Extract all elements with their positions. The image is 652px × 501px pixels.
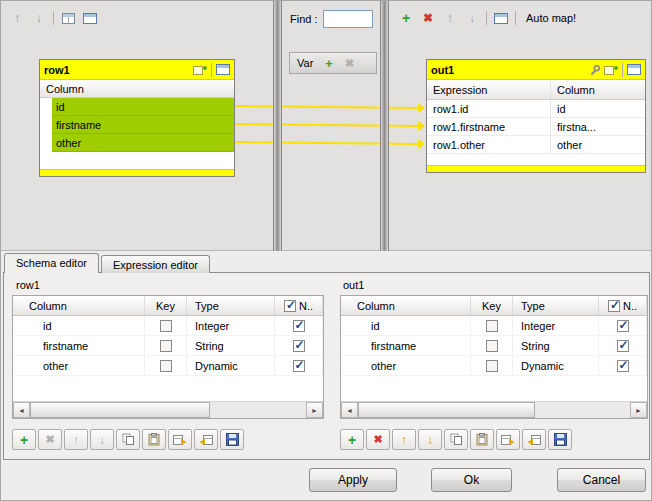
out1-expression-cell[interactable]: row1.firstname xyxy=(427,118,551,135)
nullable-checkbox[interactable] xyxy=(293,320,305,332)
scrollbar-thumb[interactable] xyxy=(358,402,535,418)
table-row[interactable]: id Integer xyxy=(13,316,323,336)
type-cell[interactable]: String xyxy=(513,336,599,355)
key-header[interactable]: Key xyxy=(145,296,187,316)
show-table-button[interactable] xyxy=(60,10,76,26)
tab-schema-editor[interactable]: Schema editor xyxy=(4,253,99,273)
output-down-button[interactable]: ↓ xyxy=(464,10,480,26)
left-splitter[interactable] xyxy=(273,1,282,251)
out1-column-cell[interactable]: firstna... xyxy=(551,118,645,135)
scroll-right-button[interactable]: ► xyxy=(306,402,323,418)
key-checkbox[interactable] xyxy=(486,340,498,352)
row1-row-other[interactable]: other xyxy=(40,134,234,152)
remove-row-button[interactable]: ✖ xyxy=(366,429,390,450)
scrollbar-track[interactable] xyxy=(210,402,306,418)
scroll-right-button[interactable]: ► xyxy=(630,402,647,418)
move-down-button[interactable]: ↓ xyxy=(31,10,47,26)
nullable-checkbox[interactable] xyxy=(293,360,305,372)
output-up-button[interactable]: ↑ xyxy=(442,10,458,26)
out1-column-cell[interactable]: other xyxy=(551,136,645,153)
key-checkbox[interactable] xyxy=(160,360,172,372)
row1-row-id[interactable]: id xyxy=(40,98,234,116)
column-cell[interactable]: firstname xyxy=(13,336,145,355)
out1-row-firstname[interactable]: row1.firstname firstna... xyxy=(427,118,645,136)
window-icon[interactable] xyxy=(216,64,230,75)
remove-row-button[interactable]: ✖ xyxy=(38,429,62,450)
table-row[interactable]: id Integer xyxy=(341,316,647,336)
key-checkbox[interactable] xyxy=(160,340,172,352)
remove-var-button[interactable]: ✖ xyxy=(345,57,354,70)
tab-expression-editor[interactable]: Expression editor xyxy=(101,255,210,273)
paste-button[interactable] xyxy=(142,429,166,450)
copy-button[interactable] xyxy=(444,429,468,450)
column-cell[interactable]: other xyxy=(341,356,471,375)
scrollbar-thumb[interactable] xyxy=(30,402,210,418)
column-header[interactable]: Column xyxy=(13,296,145,316)
out1-expression-cell[interactable]: row1.id xyxy=(427,100,551,117)
nullable-all-checkbox[interactable] xyxy=(284,300,296,312)
out1-row-id[interactable]: row1.id id xyxy=(427,100,645,118)
scrollbar-track[interactable] xyxy=(535,402,630,418)
add-column-icon[interactable] xyxy=(604,64,618,76)
export-schema-button[interactable] xyxy=(168,429,192,450)
row-up-button[interactable]: ↑ xyxy=(392,429,416,450)
type-cell[interactable]: Integer xyxy=(513,316,599,335)
row1-title-bar[interactable]: row1 xyxy=(40,60,234,80)
table-row[interactable]: firstname String xyxy=(13,336,323,356)
cancel-button[interactable]: Cancel xyxy=(557,468,646,492)
row-down-button[interactable]: ↓ xyxy=(90,429,114,450)
nullable-all-checkbox[interactable] xyxy=(608,300,620,312)
key-checkbox[interactable] xyxy=(160,320,172,332)
out1-title-bar[interactable]: out1 xyxy=(427,60,645,80)
window-icon[interactable] xyxy=(627,64,641,75)
export-schema-button[interactable] xyxy=(496,429,520,450)
right-splitter[interactable] xyxy=(380,1,389,251)
import-schema-button[interactable] xyxy=(194,429,218,450)
scroll-left-button[interactable]: ◄ xyxy=(341,402,358,418)
copy-button[interactable] xyxy=(116,429,140,450)
type-cell[interactable]: Integer xyxy=(187,316,275,335)
mapping-link-firstname[interactable] xyxy=(235,121,425,131)
ok-button[interactable]: Ok xyxy=(431,468,512,492)
add-output-button[interactable]: + xyxy=(398,10,414,26)
table-row[interactable]: firstname String xyxy=(341,336,647,356)
add-column-icon[interactable] xyxy=(193,64,207,76)
type-header[interactable]: Type xyxy=(187,296,275,316)
add-row-button[interactable]: + xyxy=(12,429,36,450)
row-up-button[interactable]: ↑ xyxy=(64,429,88,450)
row1-cell-other[interactable]: other xyxy=(52,134,234,152)
remove-output-button[interactable]: ✖ xyxy=(420,10,436,26)
nullable-checkbox[interactable] xyxy=(617,320,629,332)
auto-map-button[interactable]: Auto map! xyxy=(522,10,580,26)
row-down-button[interactable]: ↓ xyxy=(418,429,442,450)
mapping-link-other[interactable] xyxy=(235,139,425,149)
scroll-left-button[interactable]: ◄ xyxy=(13,402,30,418)
row1-cell-firstname[interactable]: firstname xyxy=(52,116,234,134)
mapping-link-id[interactable] xyxy=(235,103,425,113)
add-var-button[interactable]: + xyxy=(325,56,333,71)
apply-button[interactable]: Apply xyxy=(309,468,397,492)
nullable-checkbox[interactable] xyxy=(293,340,305,352)
key-checkbox[interactable] xyxy=(486,360,498,372)
nullable-header[interactable]: N.. xyxy=(275,296,323,316)
find-input[interactable] xyxy=(323,10,373,28)
save-schema-button[interactable] xyxy=(548,429,572,450)
column-cell[interactable]: id xyxy=(341,316,471,335)
column-cell[interactable]: other xyxy=(13,356,145,375)
table-row[interactable]: other Dynamic xyxy=(341,356,647,376)
horizontal-scrollbar[interactable]: ◄ ► xyxy=(13,401,323,418)
wrench-icon[interactable] xyxy=(588,64,600,76)
key-header[interactable]: Key xyxy=(471,296,513,316)
type-header[interactable]: Type xyxy=(513,296,599,316)
type-cell[interactable]: Dynamic xyxy=(513,356,599,375)
type-cell[interactable]: String xyxy=(187,336,275,355)
minimize-tables-button[interactable] xyxy=(82,10,98,26)
horizontal-scrollbar[interactable]: ◄ ► xyxy=(341,401,647,418)
nullable-header[interactable]: N.. xyxy=(599,296,647,316)
paste-button[interactable] xyxy=(470,429,494,450)
column-header[interactable]: Column xyxy=(341,296,471,316)
save-schema-button[interactable] xyxy=(220,429,244,450)
out1-column-cell[interactable]: id xyxy=(551,100,645,117)
column-cell[interactable]: id xyxy=(13,316,145,335)
row1-row-firstname[interactable]: firstname xyxy=(40,116,234,134)
